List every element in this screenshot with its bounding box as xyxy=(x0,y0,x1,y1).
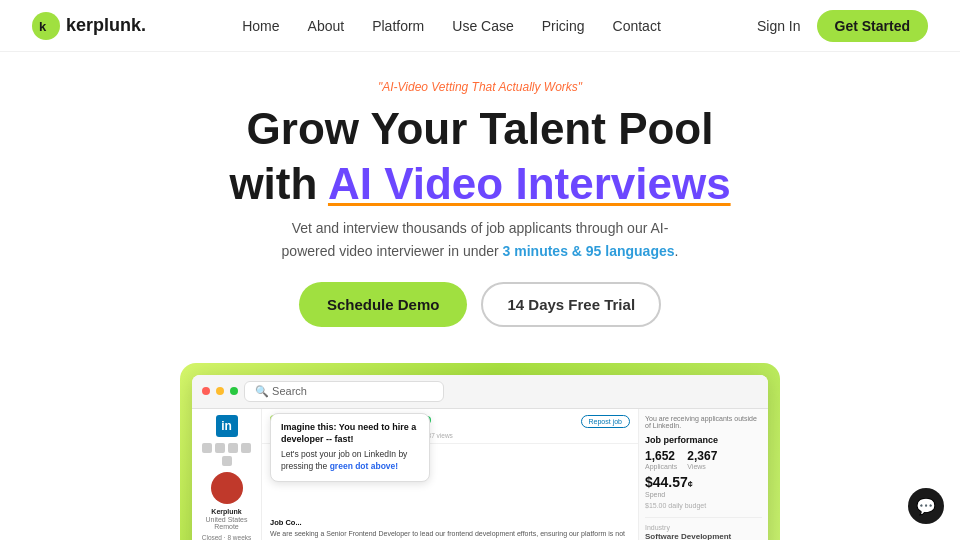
repost-job-button[interactable]: Repost job xyxy=(581,415,630,428)
hero-title-line2: with AI Video Interviews xyxy=(20,159,940,210)
stat-applications-num: 2,367 xyxy=(687,449,717,463)
industry-value: Software Development xyxy=(645,532,762,540)
nav-use-case[interactable]: Use Case xyxy=(452,18,513,34)
linkedin-nav-icons xyxy=(196,443,257,466)
logo-icon: k xyxy=(32,12,60,40)
linkedin-logo: in xyxy=(216,415,238,437)
job-performance-title: Job performance xyxy=(645,435,762,445)
browser-bar: 🔍 Search xyxy=(192,375,768,409)
linkedin-sidebar: in Kerplunk United States Remote Closed … xyxy=(192,409,262,540)
li-profile-detail: United States xyxy=(205,516,247,523)
hero-title-prefix: with xyxy=(229,159,328,208)
chat-bubble-button[interactable]: 💬 xyxy=(908,488,944,524)
stat-views-label: Applicants xyxy=(645,463,677,470)
nav-links: Home About Platform Use Case Pricing Con… xyxy=(242,17,661,35)
nav-home[interactable]: Home xyxy=(242,18,279,34)
li-profile-name: Kerplunk xyxy=(211,508,241,516)
nav-right: Sign In Get Started xyxy=(757,10,928,42)
logo-text: kerplunk. xyxy=(66,15,146,36)
stat-applicants: 1,652 Applicants xyxy=(645,449,677,470)
hero-subtitle-highlight: 3 minutes & 95 languages xyxy=(503,243,675,259)
tooltip-line1: Imagine this: You need to hire a develop… xyxy=(281,422,419,445)
job-description-text: We are seeking a Senior Frontend Develop… xyxy=(270,529,630,540)
li-profile-location: Remote xyxy=(214,523,239,530)
job-main-area: k Senior Front End Developer Kerplunk · … xyxy=(262,409,638,540)
stat-applications-label: Views xyxy=(687,463,717,470)
schedule-demo-button[interactable]: Schedule Demo xyxy=(299,282,468,327)
hero-title-line1: Grow Your Talent Pool xyxy=(20,104,940,155)
product-screenshot: 🔍 Search in Kerpl xyxy=(180,363,780,540)
stats-receiving-label: You are receiving applicants outside of … xyxy=(645,415,762,429)
hero-title-highlight: AI Video Interviews xyxy=(328,159,731,208)
navbar: k kerplunk. Home About Platform Use Case… xyxy=(0,0,960,52)
stat-spend-label: Spend xyxy=(645,491,762,498)
browser-window: 🔍 Search in Kerpl xyxy=(192,375,768,540)
li-home-icon xyxy=(202,443,212,453)
job-section-labels: Job Co... We are seeking a Senior Fronte… xyxy=(262,514,638,540)
browser-search-bar: 🔍 Search xyxy=(244,381,444,402)
nav-pricing[interactable]: Pricing xyxy=(542,18,585,34)
hero-tagline: "AI-Video Vetting That Actually Works" xyxy=(20,80,940,94)
cta-buttons: Schedule Demo 14 Days Free Trial xyxy=(20,282,940,327)
stats-divider xyxy=(645,517,762,518)
li-message-icon xyxy=(241,443,251,453)
li-jobs-icon xyxy=(228,443,238,453)
li-network-icon xyxy=(215,443,225,453)
hero-subtitle: Vet and interview thousands of job appli… xyxy=(270,217,690,262)
tooltip-bubble: Imagine this: You need to hire a develop… xyxy=(270,413,430,482)
stat-spend-amount: $44.57¢ xyxy=(645,474,762,490)
stat-daily-budget: $15.00 daily budget xyxy=(645,502,762,509)
logo[interactable]: k kerplunk. xyxy=(32,12,146,40)
stats-row: 1,652 Applicants 2,367 Views xyxy=(645,449,762,470)
stat-views: 2,367 Views xyxy=(687,449,717,470)
svg-text:k: k xyxy=(39,19,47,34)
stat-views-num: 1,652 xyxy=(645,449,677,463)
sign-in-button[interactable]: Sign In xyxy=(757,18,801,34)
tooltip-line2: Let's post your job on LinkedIn by press… xyxy=(281,449,419,473)
get-started-button[interactable]: Get Started xyxy=(817,10,928,42)
browser-minimize-dot xyxy=(216,387,224,395)
nav-contact[interactable]: Contact xyxy=(613,18,661,34)
nav-about[interactable]: About xyxy=(308,18,345,34)
li-post-meta: Closed · 8 weeks ago xyxy=(196,534,257,540)
stats-panel: You are receiving applicants outside of … xyxy=(638,409,768,540)
hero-section: "AI-Video Vetting That Actually Works" G… xyxy=(0,52,960,363)
nav-platform[interactable]: Platform xyxy=(372,18,424,34)
industry-label: Industry xyxy=(645,524,762,531)
free-trial-button[interactable]: 14 Days Free Trial xyxy=(481,282,661,327)
li-notify-icon xyxy=(222,456,232,466)
browser-close-dot xyxy=(202,387,210,395)
job-info-header: Job Co... xyxy=(270,518,630,527)
browser-maximize-dot xyxy=(230,387,238,395)
li-profile-avatar xyxy=(211,472,243,504)
chat-icon: 💬 xyxy=(916,497,936,516)
